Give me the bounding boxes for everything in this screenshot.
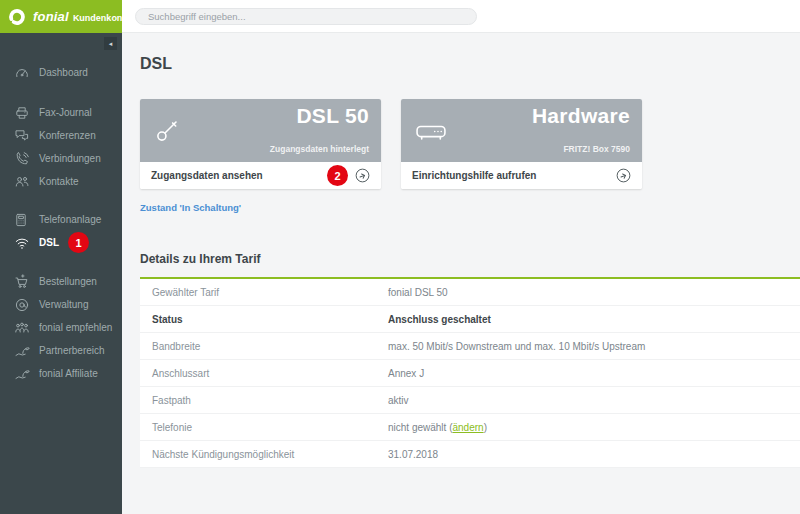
sidebar-item-label: Verwaltung — [39, 299, 88, 310]
row-label: Anschlussart — [140, 368, 388, 379]
at-circle-icon — [13, 296, 30, 313]
annotation-step-2-badge: 2 — [327, 165, 348, 186]
sprout-hand-icon — [13, 365, 30, 382]
brand-logo-area[interactable]: fonial Kundenkonto — [0, 0, 122, 33]
row-label: Telefonie — [140, 422, 388, 433]
dashboard-icon — [13, 64, 30, 81]
sidebar-collapse-button[interactable]: ◂ — [104, 37, 117, 50]
arrow-circle-icon — [355, 168, 370, 183]
sidebar-item-verbindungen[interactable]: Verbindungen — [0, 147, 122, 170]
sidebar-nav: Dashboard Fax-Journal Konferenzen Verbin… — [0, 33, 122, 385]
sidebar-item-label: Bestellungen — [39, 276, 97, 287]
sidebar-item-kontakte[interactable]: Kontakte — [0, 170, 122, 193]
row-value: fonial DSL 50 — [388, 287, 448, 298]
row-label: Status — [140, 314, 388, 325]
sidebar-item-fax-journal[interactable]: Fax-Journal — [0, 101, 122, 124]
hardware-card: Hardware FRITZ! Box 7590 Einrichtungshil… — [401, 99, 642, 189]
view-credentials-label: Zugangsdaten ansehen — [151, 170, 327, 181]
setup-help-label: Einrichtungshilfe aufrufen — [412, 170, 616, 181]
row-label: Nächste Kündigungsmöglichkeit — [140, 449, 388, 460]
table-row-telefonie: Telefonie nicht gewählt (ändern) — [140, 414, 800, 441]
row-value: Annex J — [388, 368, 424, 379]
arrow-circle-icon — [616, 168, 631, 183]
sidebar-item-verwaltung[interactable]: Verwaltung — [0, 293, 122, 316]
cart-icon — [13, 273, 30, 290]
row-value: nicht gewählt (ändern) — [388, 422, 487, 433]
dsl-card-title: DSL 50 — [296, 104, 369, 128]
sidebar-item-fonial-empfehlen[interactable]: fonial empfehlen — [0, 316, 122, 339]
fonial-logo-icon — [8, 8, 26, 26]
printer-icon — [13, 104, 30, 121]
page-title: DSL — [140, 55, 800, 75]
sidebar-item-label: Konferenzen — [39, 130, 96, 141]
sidebar-item-label: Partnerbereich — [39, 345, 105, 356]
brand-name: fonial — [33, 9, 69, 24]
dsl-card-subtitle: Zugangsdaten hinterlegt — [270, 144, 369, 154]
dsl-tariff-card: DSL 50 Zugangsdaten hinterlegt Zugangsda… — [140, 99, 381, 189]
sidebar-item-dsl[interactable]: DSL 1 — [0, 231, 122, 254]
people-group-icon — [13, 319, 30, 336]
view-credentials-button[interactable]: Zugangsdaten ansehen 2 — [140, 162, 381, 189]
table-row-status: Status Anschluss geschaltet — [140, 306, 800, 333]
sidebar-item-label: DSL — [39, 237, 59, 248]
tariff-details-table: Gewählter Tarif fonial DSL 50 Status Ans… — [140, 277, 800, 468]
table-row: Fastpath aktiv — [140, 387, 800, 414]
row-value: aktiv — [388, 395, 409, 406]
table-row: Nächste Kündigungsmöglichkeit 31.07.2018 — [140, 441, 800, 468]
annotation-step-1-badge: 1 — [68, 232, 89, 253]
topbar: fonial Kundenkonto — [0, 0, 800, 33]
key-icon — [153, 115, 183, 145]
sidebar-item-label: Fax-Journal — [39, 107, 92, 118]
search-input[interactable] — [135, 8, 477, 25]
status-link[interactable]: Zustand 'In Schaltung' — [140, 202, 241, 213]
hardware-card-title: Hardware — [532, 104, 630, 128]
cards-row: DSL 50 Zugangsdaten hinterlegt Zugangsda… — [140, 99, 800, 189]
sidebar-item-telefonanlage[interactable]: Telefonanlage — [0, 208, 122, 231]
sidebar-item-label: Kontakte — [39, 176, 78, 187]
hardware-card-header: Hardware FRITZ! Box 7590 — [401, 99, 642, 162]
sidebar-item-fonial-affiliate[interactable]: fonial Affiliate — [0, 362, 122, 385]
hardware-card-subtitle: FRITZ! Box 7590 — [563, 144, 630, 154]
row-value: Anschluss geschaltet — [388, 314, 491, 325]
sidebar-item-dashboard[interactable]: Dashboard — [0, 61, 122, 84]
sidebar-item-label: Telefonanlage — [39, 214, 101, 225]
details-section-title: Details zu Ihrem Tarif — [140, 252, 800, 266]
router-icon — [414, 119, 448, 145]
row-label: Bandbreite — [140, 341, 388, 352]
contacts-icon — [13, 173, 30, 190]
row-label: Fastpath — [140, 395, 388, 406]
dsl-card-header: DSL 50 Zugangsdaten hinterlegt — [140, 99, 381, 162]
table-row: Gewählter Tarif fonial DSL 50 — [140, 279, 800, 306]
sidebar-item-partnerbereich[interactable]: Partnerbereich — [0, 339, 122, 362]
table-row: Bandbreite max. 50 Mbit/s Downstream und… — [140, 333, 800, 360]
setup-help-button[interactable]: Einrichtungshilfe aufrufen — [401, 162, 642, 189]
sidebar: ◂ Dashboard Fax-Journal Konferenzen Verb… — [0, 33, 122, 514]
row-value: 31.07.2018 — [388, 449, 438, 460]
phone-waves-icon — [13, 150, 30, 167]
sidebar-item-label: Verbindungen — [39, 153, 101, 164]
sidebar-item-label: fonial empfehlen — [39, 322, 112, 333]
wifi-icon — [13, 234, 30, 251]
sidebar-item-label: Dashboard — [39, 67, 88, 78]
sidebar-item-bestellungen[interactable]: Bestellungen — [0, 270, 122, 293]
sprout-hand-icon — [13, 342, 30, 359]
sidebar-item-label: fonial Affiliate — [39, 368, 98, 379]
row-label: Gewählter Tarif — [140, 287, 388, 298]
table-row: Anschlussart Annex J — [140, 360, 800, 387]
change-telefonie-link[interactable]: ändern — [452, 422, 483, 433]
sidebar-item-konferenzen[interactable]: Konferenzen — [0, 124, 122, 147]
brand-suffix: Kundenkonto — [73, 13, 131, 23]
main-content: DSL DSL 50 Zugangsdaten hinterlegt Zugan… — [122, 33, 800, 514]
row-value: max. 50 Mbit/s Downstream und max. 10 Mb… — [388, 341, 645, 352]
chat-bubbles-icon — [13, 127, 30, 144]
pbx-icon — [13, 211, 30, 228]
